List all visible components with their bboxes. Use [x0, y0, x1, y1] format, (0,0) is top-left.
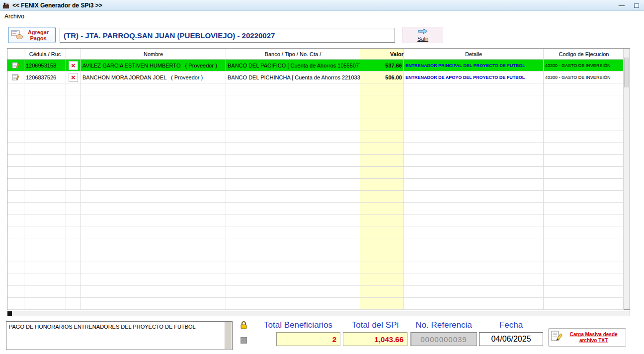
- empty-cell: [360, 179, 404, 191]
- empty-cell: [66, 131, 81, 143]
- empty-cell: [544, 119, 624, 131]
- empty-cell: [24, 274, 66, 286]
- empty-cell: [226, 238, 360, 250]
- horizontal-scrollbar-thumb[interactable]: [7, 311, 12, 316]
- empty-cell: [544, 274, 624, 286]
- menubar: Archivo: [0, 11, 644, 21]
- empty-cell: [7, 238, 24, 250]
- descripcion-scrollbar[interactable]: [225, 322, 232, 349]
- carga-masiva-button[interactable]: Carga Masiva desde archivo TXT: [548, 328, 626, 347]
- carga-masiva-label: Carga Masiva desde archivo TXT: [564, 332, 624, 344]
- agregar-pagos-label: Agregar Pagos: [23, 29, 53, 41]
- exit-arrow-icon: [417, 28, 428, 36]
- maximize-button[interactable]: [629, 1, 644, 10]
- empty-cell: [544, 226, 624, 238]
- empty-cell: [226, 131, 360, 143]
- empty-cell: [24, 167, 66, 179]
- grid-header-row: Cédula / Ruc Nombre Banco / Tipo / No. C…: [7, 49, 630, 60]
- empty-cell: [226, 298, 360, 310]
- empty-row: [7, 143, 624, 155]
- empty-cell: [7, 191, 24, 203]
- salir-label: Salir: [417, 36, 428, 42]
- table-row[interactable]: 1206953158×AVILEZ GARCIA ESTIVEN HUMBERT…: [7, 60, 624, 71]
- horizontal-scrollbar[interactable]: [7, 311, 630, 316]
- empty-cell: [226, 167, 360, 179]
- window-title: << FENIX Generador de SPi3 >>: [12, 2, 102, 9]
- empty-cell: [66, 119, 81, 131]
- empty-cell: [7, 167, 24, 179]
- fecha-input[interactable]: 04/06/2025: [479, 332, 543, 346]
- nombre-cell: BANCHON MORA JORDAN JOEL ( Proveedor ): [81, 71, 226, 83]
- empty-cell: [7, 203, 24, 214]
- empty-cell: [404, 107, 544, 119]
- codigo-cell: 40300 - GASTO DE INVERSIÓN: [544, 60, 624, 71]
- empty-cell: [81, 274, 226, 286]
- delete-row-button[interactable]: ×: [69, 61, 78, 70]
- minimize-button[interactable]: —: [614, 1, 629, 10]
- empty-cell: [24, 262, 66, 274]
- empty-cell: [7, 179, 24, 191]
- padlock-icon: [240, 321, 248, 329]
- empty-cell: [66, 286, 81, 298]
- empty-cell: [7, 119, 24, 131]
- empty-cell: [7, 274, 24, 286]
- empty-cell: [404, 203, 544, 214]
- empty-cell: [226, 226, 360, 238]
- empty-cell: [360, 214, 404, 226]
- vertical-scrollbar-thumb[interactable]: [624, 58, 629, 87]
- empty-row: [7, 131, 624, 143]
- empty-cell: [66, 214, 81, 226]
- delete-row-button[interactable]: ×: [69, 73, 78, 82]
- empty-row: [7, 250, 624, 262]
- empty-cell: [66, 179, 81, 191]
- table-row[interactable]: 1206837526×BANCHON MORA JORDAN JOEL ( Pr…: [7, 71, 624, 83]
- column-header-delete: [66, 49, 81, 59]
- empty-cell: [24, 155, 66, 167]
- agregar-pagos-button[interactable]: Agregar Pagos: [8, 27, 56, 43]
- empty-cell: [7, 250, 24, 262]
- descripcion-textarea[interactable]: PAGO DE HONORARIOS ENTRENADORES DEL PROY…: [6, 321, 233, 350]
- vertical-scrollbar[interactable]: [623, 49, 630, 309]
- app-window: << FENIX Generador de SPi3 >> — Archivo …: [0, 0, 644, 354]
- descripcion-text: PAGO DE HONORARIOS ENTRENADORES DEL PROY…: [9, 324, 196, 330]
- empty-cell: [7, 107, 24, 119]
- column-header-selector: [7, 49, 24, 59]
- empty-cell: [81, 191, 226, 203]
- empty-cell: [81, 107, 226, 119]
- empty-cell: [24, 298, 66, 310]
- empty-cell: [360, 250, 404, 262]
- empty-cell: [404, 143, 544, 155]
- empty-cell: [81, 214, 226, 226]
- empty-cell: [404, 250, 544, 262]
- empty-cell: [404, 95, 544, 107]
- empty-row: [7, 262, 624, 274]
- empty-cell: [404, 83, 544, 95]
- row-edit-pencil-icon[interactable]: [7, 71, 24, 83]
- valor-cell: 506.00: [360, 71, 404, 83]
- empty-cell: [24, 119, 66, 131]
- titlebar: << FENIX Generador de SPi3 >> —: [0, 0, 644, 11]
- empty-cell: [404, 191, 544, 203]
- empty-cell: [66, 262, 81, 274]
- empty-cell: [24, 238, 66, 250]
- menu-archivo[interactable]: Archivo: [0, 13, 29, 20]
- salir-button[interactable]: Salir: [402, 27, 443, 43]
- empty-cell: [24, 143, 66, 155]
- empty-cell: [404, 262, 544, 274]
- empty-row: [7, 286, 624, 298]
- row-edit-pencil-icon[interactable]: [7, 60, 24, 71]
- banco-cell: BANCO DEL PACIFICO [ Cuenta de Ahorros 1…: [226, 60, 360, 71]
- empty-cell: [544, 155, 624, 167]
- column-header-valor: Valor: [360, 49, 404, 59]
- empty-cell: [24, 95, 66, 107]
- empty-row: [7, 95, 624, 107]
- cedula-cell: 1206953158: [24, 60, 66, 71]
- empty-cell: [404, 214, 544, 226]
- empty-cell: [544, 107, 624, 119]
- empty-row: [7, 274, 624, 286]
- entidad-header-field[interactable]: (TR) - JTA. PARROQ.SAN JUAN (PUEBLOVIEJO…: [60, 28, 395, 43]
- empty-cell: [544, 214, 624, 226]
- empty-cell: [360, 107, 404, 119]
- empty-cell: [66, 83, 81, 95]
- empty-cell: [544, 238, 624, 250]
